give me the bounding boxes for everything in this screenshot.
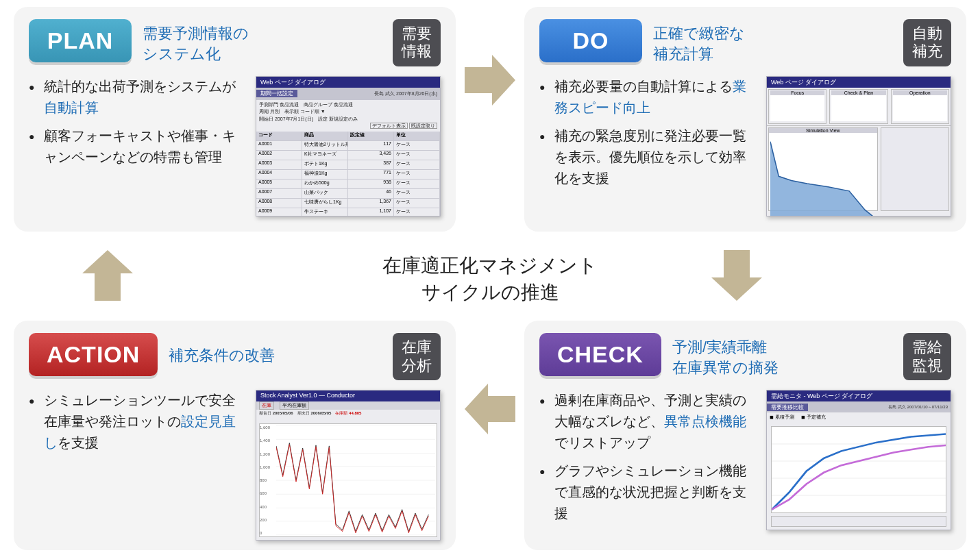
panel-action: ACTION 補充条件の改善 在庫 分析 シミュレーションツールで安全在庫量や発… <box>14 321 456 550</box>
thumb-plan-table: コード商品設定値単位 A0001特大醤油2リットル瓶117ケース A0002K社… <box>256 132 440 216</box>
svg-marker-15 <box>711 250 762 301</box>
arrow-do-to-check <box>711 250 762 301</box>
thumb-do: Web ページ ダイアログ Focus Check & Plan Operati… <box>766 76 951 216</box>
pill-check: CHECK <box>539 333 661 376</box>
subtitle-action: 補充条件の改善 <box>169 333 382 366</box>
svg-marker-17 <box>82 250 133 301</box>
arrow-check-to-action <box>465 384 515 434</box>
svg-marker-16 <box>465 384 515 434</box>
subtitle-plan: 需要予測情報の システム化 <box>143 19 382 64</box>
bullets-check: 過剰在庫商品や、予測と実績の大幅なズレなど、異常点検機能でリストアップ グラフや… <box>539 390 757 531</box>
center-title: 在庫適正化マネジメント サイクルの推進 <box>382 251 598 305</box>
bullets-do: 補充必要量の自動計算による業務スピード向上 補充の緊急度別に発注必要一覧を表示。… <box>539 76 757 216</box>
tag-plan: 需要 情報 <box>393 19 441 66</box>
arrow-plan-to-do <box>465 55 515 106</box>
bullet-plan-2: 顧客フォーキャストや催事・キャンペーンなどの特需も管理 <box>29 125 243 168</box>
subtitle-check: 予測/実績乖離 在庫異常の摘発 <box>672 333 892 377</box>
bullet-do-2: 補充の緊急度別に発注必要一覧を表示。優先順位を示して効率化を支援 <box>539 125 754 189</box>
bullet-check-2: グラフやシミュレーション機能で直感的な状況把握と判断を支援 <box>539 460 754 524</box>
bullets-action: シミュレーションツールで安全在庫量や発注ロットの設定見直しを支援 <box>29 390 246 541</box>
tag-check: 需給 監視 <box>903 333 951 380</box>
panel-plan: PLAN 需要予測情報の システム化 需要 情報 統計的な出荷予測をシステムが自… <box>14 7 456 232</box>
panel-check: CHECK 予測/実績乖離 在庫異常の摘発 需給 監視 過剰在庫商品や、予測と実… <box>524 321 966 550</box>
panel-do: DO 正確で緻密な 補充計算 自動 補充 補充必要量の自動計算による業務スピード… <box>524 7 966 232</box>
pill-action: ACTION <box>29 333 158 376</box>
bullet-plan-1: 統計的な出荷予測をシステムが自動計算 <box>29 76 243 119</box>
svg-marker-14 <box>465 55 515 106</box>
bullet-check-1: 過剰在庫商品や、予測と実績の大幅なズレなど、異常点検機能でリストアップ <box>539 390 754 454</box>
subtitle-do: 正確で緻密な 補充計算 <box>653 19 892 64</box>
arrow-action-to-plan <box>82 250 133 301</box>
bullet-do-1: 補充必要量の自動計算による業務スピード向上 <box>539 76 754 119</box>
bullet-action-1: シミュレーションツールで安全在庫量や発注ロットの設定見直しを支援 <box>29 390 243 454</box>
bullets-plan: 統計的な出荷予測をシステムが自動計算 顧客フォーキャストや催事・キャンペーンなど… <box>29 76 246 216</box>
tag-do: 自動 補充 <box>903 19 951 66</box>
thumb-action: Stock Analyst Ver1.0 — Conductor 在庫 平均在庫… <box>256 390 441 541</box>
thumb-check: 需給モニタ - Web ページ ダイアログ 需要推移比較 長島 武久 2007/… <box>766 390 951 530</box>
tag-action: 在庫 分析 <box>393 333 441 380</box>
thumb-plan: Web ページ ダイアログ 期間一括設定 長島 武久 2007年8月20日(水)… <box>256 76 441 216</box>
pill-do: DO <box>539 19 642 62</box>
pill-plan: PLAN <box>29 19 132 62</box>
